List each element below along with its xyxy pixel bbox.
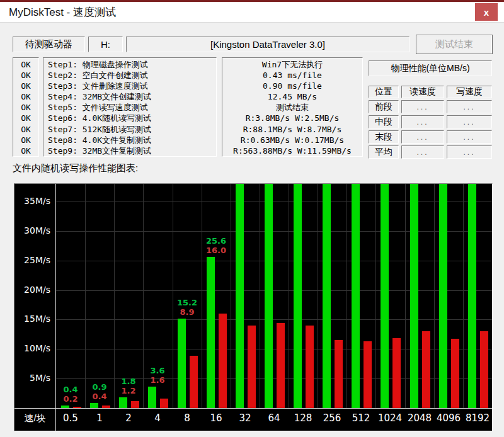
read-bar [236,184,244,408]
read-bar [207,257,215,408]
read-value-label: 15.2 [173,298,202,307]
write-value-label: 1.6 [143,375,172,385]
x-category-label: 0.5 [56,412,85,424]
read-value-label: 3.6 [143,366,172,375]
read-value-label: 25.6 [202,236,231,246]
y-tick-label: 10M/s [14,343,50,353]
x-axis-line [14,408,492,409]
read-bar [439,184,447,408]
x-category-label: 128 [289,412,318,424]
read-bar [119,397,127,408]
bar-value-labels: 0.40.2 [56,385,85,404]
write-speed-cell: ... [447,100,492,113]
read-bar [178,319,186,408]
grid-line-vertical [85,184,86,408]
x-category-label: 256 [318,412,346,424]
row-label: 平均 [369,145,399,159]
grid-line-horizontal [56,290,492,291]
x-category-label: 32 [231,412,260,424]
write-speed-cell: ... [447,130,492,144]
grid-line-vertical [231,184,231,408]
write-bar [364,341,372,408]
result-line: 0.90 ms/file [222,81,362,91]
step-status: OK [13,102,38,113]
result-line: R:88.1MB/s W:8.7MB/s [222,124,362,135]
column-header-write-speed: 写速度 [447,86,492,98]
app-window: MyDiskTest - 速度测试 x 待测驱动器 H: [Kingston D… [0,0,504,437]
write-bar [131,401,139,408]
table-row: 中段 ... ... [369,115,495,128]
device-name-field: [Kingston DataTraveler 3.0] [126,37,410,52]
y-tick-label: 25M/s [14,255,50,265]
write-value-label: 1.2 [114,386,143,395]
results-panel: Win7下无法执行0.43 ms/file0.90 ms/file12.45 M… [222,57,363,157]
result-line: 0.43 ms/file [222,70,362,81]
read-bar [468,184,476,408]
performance-chart: 速/块 35M/s30M/s25M/s20M/s15M/s10M/s5M/s0.… [14,183,493,431]
write-bar [73,407,81,408]
physical-performance-header: 物理性能(单位MB/s) [369,60,492,76]
grid-line-vertical [463,184,464,408]
grid-line-horizontal [56,261,492,261]
x-category-label: 4 [143,412,172,424]
write-bar [248,326,256,408]
x-category-label: 8 [173,412,202,424]
step-item: Step5: 文件读写速度测试 [48,102,216,113]
result-line: R:563.88MB/s W:11.59MB/s [222,145,362,156]
column-header-position: 位置 [369,86,399,98]
y-tick-label: 20M/s [14,285,50,295]
write-bar [451,339,459,408]
result-line: R:0.63MB/s W:0.17MB/s [222,135,362,145]
read-bar [90,403,98,408]
write-value-label: 0.4 [85,392,114,401]
result-line: R:3.8MB/s W:2.5MB/s [222,113,362,123]
write-bar [277,323,285,408]
drive-letter-field: H: [88,37,123,52]
x-category-label: 4096 [434,412,463,424]
x-category-label: 64 [260,412,289,424]
grid-line-horizontal [56,319,492,320]
read-bar [352,184,360,408]
step-item: Step2: 空白文件创建测试 [48,70,216,81]
step-status: OK [13,70,38,81]
chart-title: 文件内随机读写操作性能图表: [13,162,138,174]
step-status: OK [13,113,38,123]
write-bar [160,399,168,408]
grid-line-vertical [289,184,289,408]
grid-line-vertical [405,184,406,408]
close-button[interactable]: x [475,3,498,21]
read-bar [323,184,331,408]
read-bar [61,406,69,408]
read-value-label: 1.8 [114,377,143,386]
x-category-label: 16 [202,412,231,424]
step-status: OK [13,91,38,102]
read-bar [294,184,302,408]
y-tick-label: 15M/s [14,314,50,324]
read-speed-cell: ... [401,115,444,128]
write-bar [392,338,401,408]
step-status: OK [13,135,38,145]
table-row: 平均 ... ... [369,145,495,159]
grid-line-vertical [375,184,376,408]
write-value-label: 8.9 [173,307,202,317]
close-icon: x [484,7,489,18]
y-tick-label: 30M/s [14,225,50,236]
step-item: Step6: 4.0K随机读写测试 [48,113,216,123]
write-bar [480,331,488,408]
column-header-read-speed: 读速度 [401,86,444,98]
read-value-label: 0.9 [85,382,114,392]
step-status: OK [13,145,38,156]
test-finish-button[interactable]: 测试结束 [416,35,493,54]
step-item: Step4: 32MB文件创建测试 [48,91,216,102]
step-item: Step8: 4.0K文件复制测试 [48,135,216,145]
row-label: 中段 [369,115,399,128]
write-bar [335,340,343,408]
write-bar [190,356,198,408]
result-line: Win7下无法执行 [222,59,362,70]
step-status-list: OKOKOKOKOKOKOKOKOK [13,57,39,157]
x-category-label: 2048 [405,412,434,424]
bar-value-labels: 0.90.4 [85,382,114,401]
window-title: MyDiskTest - 速度测试 [9,5,116,20]
bar-value-labels: 3.61.6 [143,366,172,385]
read-bar [265,184,273,408]
